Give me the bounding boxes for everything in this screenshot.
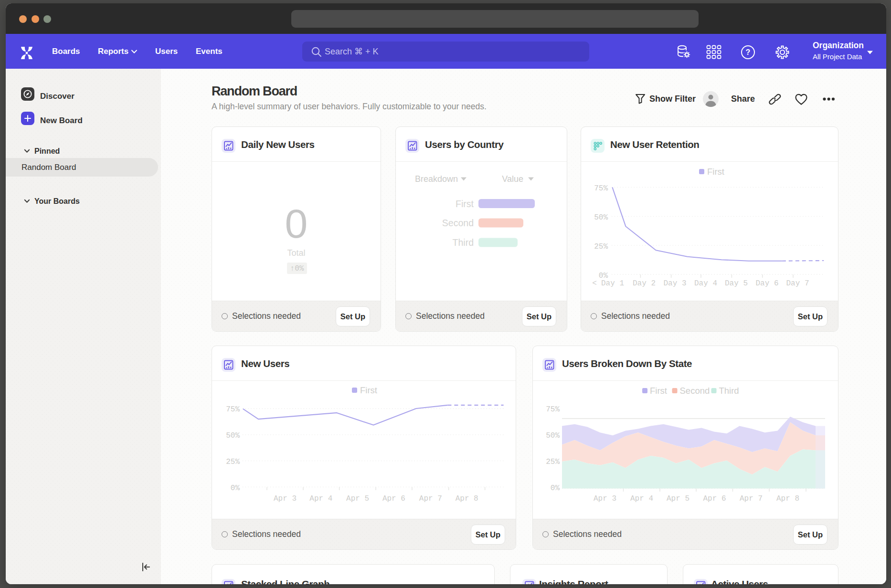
svg-text:Second: Second	[680, 386, 710, 396]
svg-text:Apr 3: Apr 3	[274, 494, 297, 503]
svg-text:Day 4: Day 4	[694, 279, 717, 288]
svg-text:50%: 50%	[546, 431, 560, 440]
svg-text:Second: Second	[442, 218, 474, 228]
svg-text:Apr 3: Apr 3	[594, 494, 616, 503]
svg-text:Breakdown: Breakdown	[415, 174, 458, 184]
svg-text:Apr 6: Apr 6	[382, 494, 405, 503]
svg-text:First: First	[650, 386, 667, 396]
svg-text:Day 3: Day 3	[663, 279, 686, 288]
svg-text:First: First	[707, 167, 724, 177]
svg-text:Third: Third	[453, 237, 474, 248]
svg-text:Apr 8: Apr 8	[776, 494, 799, 503]
svg-text:?: ?	[746, 48, 751, 56]
svg-text:0%: 0%	[551, 484, 560, 493]
svg-text:25%: 25%	[546, 458, 560, 466]
svg-text:50%: 50%	[594, 213, 608, 222]
svg-text:25%: 25%	[594, 242, 608, 251]
svg-text:First: First	[456, 199, 474, 209]
svg-text:Apr 8: Apr 8	[456, 494, 478, 503]
svg-text:Day 6: Day 6	[755, 279, 778, 288]
svg-text:25%: 25%	[226, 458, 240, 466]
svg-text:Apr 5: Apr 5	[667, 494, 689, 503]
svg-text:0%: 0%	[599, 272, 608, 280]
svg-text:Day 5: Day 5	[725, 279, 748, 288]
svg-text:First: First	[360, 385, 377, 395]
svg-text:Value: Value	[502, 174, 523, 184]
svg-text:75%: 75%	[546, 405, 560, 414]
svg-text:Day 1: Day 1	[601, 279, 624, 288]
svg-text:Apr 5: Apr 5	[346, 494, 369, 503]
svg-text:Apr 7: Apr 7	[419, 494, 442, 503]
svg-text:Apr 6: Apr 6	[703, 494, 726, 503]
svg-text:75%: 75%	[226, 405, 240, 414]
svg-text:Apr 4: Apr 4	[309, 494, 332, 503]
svg-text:75%: 75%	[594, 184, 608, 193]
svg-text:50%: 50%	[226, 431, 240, 440]
svg-text:0%: 0%	[231, 484, 240, 493]
svg-text:Apr 7: Apr 7	[740, 494, 763, 503]
svg-text:<: <	[592, 279, 597, 288]
svg-text:Day 7: Day 7	[786, 279, 809, 288]
svg-text:Apr 4: Apr 4	[630, 494, 653, 503]
svg-text:Day 2: Day 2	[633, 279, 656, 288]
svg-text:Third: Third	[719, 386, 739, 396]
